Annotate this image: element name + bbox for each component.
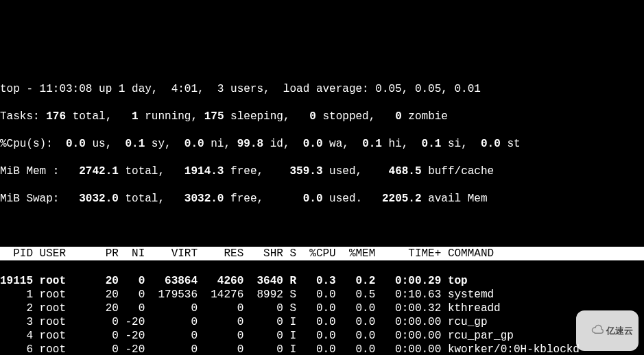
top-terminal[interactable]: top - 11:03:08 up 1 day, 4:01, 3 users, …	[0, 69, 644, 355]
summary-line-1: top - 11:03:08 up 1 day, 4:01, 3 users, …	[0, 82, 644, 96]
process-row[interactable]: 4 root 0 -20 0 0 0 I 0.0 0.0 0:00.00 rcu…	[0, 329, 644, 343]
summary-mem: MiB Mem : 2742.1 total, 1914.3 free, 359…	[0, 164, 644, 178]
process-row[interactable]: 6 root 0 -20 0 0 0 I 0.0 0.0 0:00.00 kwo…	[0, 343, 644, 355]
summary-tasks: Tasks: 176 total, 1 running, 175 sleepin…	[0, 110, 644, 123]
summary-cpu: %Cpu(s): 0.0 us, 0.1 sy, 0.0 ni, 99.8 id…	[0, 137, 644, 151]
process-row[interactable]: 19115 root 20 0 63864 4260 3640 R 0.3 0.…	[0, 274, 644, 288]
column-header-row[interactable]: PID USER PR NI VIRT RES SHR S %CPU %MEM …	[0, 247, 644, 260]
cloud-icon	[582, 312, 604, 350]
process-list[interactable]: 19115 root 20 0 63864 4260 3640 R 0.3 0.…	[0, 274, 644, 355]
watermark-logo: 亿速云	[576, 310, 639, 351]
summary-swap: MiB Swap: 3032.0 total, 3032.0 free, 0.0…	[0, 192, 644, 206]
process-row[interactable]: 1 root 20 0 179536 14276 8992 S 0.0 0.5 …	[0, 288, 644, 302]
process-row[interactable]: 3 root 0 -20 0 0 0 I 0.0 0.0 0:00.00 rcu…	[0, 315, 644, 329]
process-row[interactable]: 2 root 20 0 0 0 0 S 0.0 0.0 0:00.32 kthr…	[0, 302, 644, 315]
watermark-text: 亿速云	[606, 326, 633, 336]
